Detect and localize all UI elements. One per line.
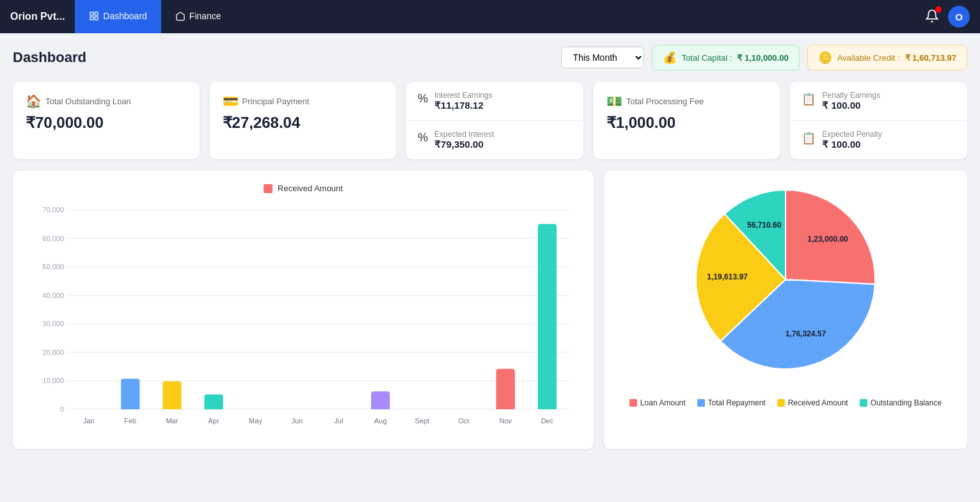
expected-penalty-row: 📋 Expected Penalty ₹ 100.00 xyxy=(790,121,967,159)
payment-icon: 💳 xyxy=(223,93,239,109)
pie-legend-outstanding-dot xyxy=(860,399,867,407)
dashboard-icon xyxy=(89,11,99,21)
available-credit-chip: 🪙 Available Credit : ₹ 1,60,713.97 xyxy=(807,45,967,70)
loan-icon: 🏠 xyxy=(26,93,42,109)
interest-earnings-row: % Interest Earnings ₹11,178.12 xyxy=(406,82,583,121)
notif-badge xyxy=(935,6,942,13)
pie-legend-received-label: Received Amount xyxy=(788,398,848,407)
total-capital-label: Total Capital : xyxy=(682,53,732,63)
navbar-right: O xyxy=(925,6,970,27)
money-bag-icon: 💰 xyxy=(663,51,677,65)
user-avatar[interactable]: O xyxy=(948,6,970,27)
processing-fee-card: 💵 Total Processing Fee ₹1,000.00 xyxy=(594,82,780,159)
pie-legend-repayment-dot xyxy=(697,399,705,407)
penalty-earnings-row: 📋 Penalty Earnings ₹ 100.00 xyxy=(790,82,967,121)
pie-legend-received: Received Amount xyxy=(777,398,848,407)
percent2-icon: % xyxy=(418,131,428,145)
bar-chart-card: Received Amount xyxy=(13,171,594,449)
pie-legend-loan-label: Loan Amount xyxy=(640,398,686,407)
expected-interest-label: Expected Interest xyxy=(434,130,494,139)
pie-legend-loan: Loan Amount xyxy=(629,398,686,407)
svg-rect-1 xyxy=(95,12,99,15)
svg-rect-2 xyxy=(95,17,99,20)
principal-payment-label: 💳 Principal Payment xyxy=(223,93,384,109)
pie-legend-loan-dot xyxy=(629,399,637,407)
credit-icon: 🪙 xyxy=(818,51,832,65)
interest-card: % Interest Earnings ₹11,178.12 % Expecte… xyxy=(406,82,583,159)
outstanding-loan-label: 🏠 Total Outstanding Loan xyxy=(26,93,187,109)
nav-tab-finance[interactable]: Finance xyxy=(161,0,235,33)
interest-earnings-label: Interest Earnings xyxy=(434,91,493,100)
charts-row: Received Amount Loan Amount Total Repaym… xyxy=(13,171,967,449)
penalty-earnings-icon: 📋 xyxy=(802,92,816,106)
expected-interest-value: ₹79,350.00 xyxy=(434,139,494,150)
pie-legend-received-dot xyxy=(777,399,785,407)
month-select[interactable]: This Month Last Month This Year xyxy=(561,47,644,68)
navbar: Orion Pvt... Dashboard Finance O xyxy=(0,0,980,33)
total-capital-chip: 💰 Total Capital : ₹ 1,10,000.00 xyxy=(652,45,800,70)
principal-payment-card: 💳 Principal Payment ₹27,268.04 xyxy=(210,82,397,159)
top-row: Dashboard This Month Last Month This Yea… xyxy=(13,45,967,70)
finance-icon xyxy=(175,11,186,21)
pie-legend-repayment-label: Total Repayment xyxy=(708,398,766,407)
brand-name: Orion Pvt... xyxy=(10,11,75,22)
notification-button[interactable] xyxy=(925,9,939,25)
penalty-earnings-value: ₹ 100.00 xyxy=(822,100,880,111)
pie-legend-repayment: Total Repayment xyxy=(697,398,766,407)
penalty-earnings-label: Penalty Earnings xyxy=(822,91,880,100)
page-body: Dashboard This Month Last Month This Yea… xyxy=(0,33,980,460)
available-credit-value: ₹ 1,60,713.97 xyxy=(905,53,956,63)
expected-penalty-label: Expected Penalty xyxy=(822,130,881,139)
processing-fee-label: 💵 Total Processing Fee xyxy=(606,93,768,109)
percent-icon: % xyxy=(418,92,428,106)
interest-earnings-value: ₹11,178.12 xyxy=(434,100,493,111)
outstanding-loan-card: 🏠 Total Outstanding Loan ₹70,000.00 xyxy=(13,82,200,159)
svg-rect-0 xyxy=(90,12,93,15)
expected-penalty-value: ₹ 100.00 xyxy=(822,139,881,150)
pie-legend-outstanding: Outstanding Balance xyxy=(860,398,942,407)
page-title: Dashboard xyxy=(13,49,553,66)
nav-tab-finance-label: Finance xyxy=(189,11,221,21)
fee-icon: 💵 xyxy=(606,93,622,109)
bar-chart-canvas xyxy=(28,200,578,436)
nav-tab-dashboard[interactable]: Dashboard xyxy=(75,0,161,33)
total-capital-value: ₹ 1,10,000.00 xyxy=(737,53,788,63)
cards-row: 🏠 Total Outstanding Loan ₹70,000.00 💳 Pr… xyxy=(13,82,967,159)
penalty-card: 📋 Penalty Earnings ₹ 100.00 📋 Expected P… xyxy=(790,82,967,159)
processing-fee-value: ₹1,000.00 xyxy=(606,114,768,132)
available-credit-label: Available Credit : xyxy=(837,53,900,63)
principal-payment-value: ₹27,268.04 xyxy=(223,114,384,132)
expected-interest-row: % Expected Interest ₹79,350.00 xyxy=(406,121,583,159)
svg-rect-3 xyxy=(90,17,93,20)
pie-legend-outstanding-label: Outstanding Balance xyxy=(871,398,942,407)
pie-chart-legend: Loan Amount Total Repayment Received Amo… xyxy=(629,398,942,407)
expected-penalty-icon: 📋 xyxy=(802,131,816,145)
bar-legend-label: Received Amount xyxy=(278,184,343,193)
bar-chart-legend: Received Amount xyxy=(28,184,578,193)
pie-chart-canvas xyxy=(664,184,907,388)
bar-legend-dot xyxy=(264,184,273,193)
nav-tab-dashboard-label: Dashboard xyxy=(103,11,147,21)
pie-chart-card: Loan Amount Total Repayment Received Amo… xyxy=(604,171,967,449)
outstanding-loan-value: ₹70,000.00 xyxy=(26,114,187,132)
